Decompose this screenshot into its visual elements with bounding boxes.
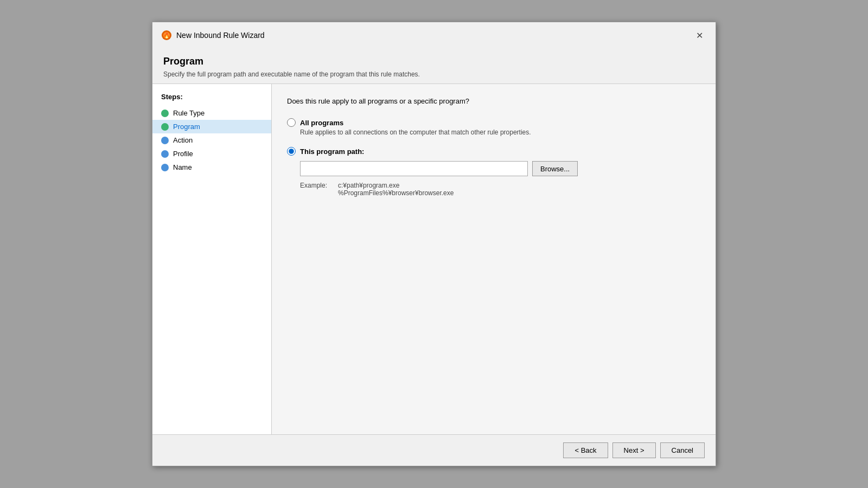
step-dot-rule-type (161, 110, 169, 117)
page-title: Program (163, 56, 705, 67)
this-program-radio[interactable] (287, 147, 296, 156)
all-programs-radio[interactable] (287, 118, 296, 127)
step-action[interactable]: Action (152, 133, 271, 147)
content-area: Steps: Rule Type Program Action Profile … (152, 84, 716, 434)
header-section: Program Specify the full program path an… (152, 48, 716, 84)
browse-button[interactable]: Browse... (532, 161, 578, 176)
step-dot-name (161, 164, 169, 171)
svg-text:🔥: 🔥 (163, 32, 170, 39)
specific-program-row: This program path: (287, 147, 700, 156)
wizard-icon: 🔥 (161, 30, 172, 41)
step-rule-type[interactable]: Rule Type (152, 106, 271, 120)
dialog-title: New Inbound Rule Wizard (176, 31, 265, 40)
step-action-label: Action (173, 136, 193, 144)
title-bar: 🔥 New Inbound Rule Wizard ✕ (152, 22, 716, 48)
example-label: Example: (300, 182, 338, 197)
next-button[interactable]: Next > (612, 442, 656, 458)
main-panel: Does this rule apply to all programs or … (272, 84, 716, 434)
step-program[interactable]: Program (152, 120, 271, 133)
example-row: Example: c:¥path¥program.exe %ProgramFil… (300, 182, 700, 197)
footer: < Back Next > Cancel (152, 434, 716, 466)
step-program-label: Program (173, 123, 200, 131)
steps-panel: Steps: Rule Type Program Action Profile … (152, 84, 272, 434)
spacer (287, 197, 700, 421)
step-profile[interactable]: Profile (152, 147, 271, 160)
question-text: Does this rule apply to all programs or … (287, 97, 700, 105)
example-paths: c:¥path¥program.exe %ProgramFiles%¥brows… (338, 182, 454, 197)
all-programs-desc: Rule applies to all connections on the c… (300, 129, 700, 136)
back-button[interactable]: < Back (563, 442, 608, 458)
this-program-label[interactable]: This program path: (300, 147, 364, 156)
specific-program-option: This program path: Browse... Example: c:… (287, 147, 700, 197)
all-programs-label[interactable]: All programs (300, 119, 343, 127)
step-name-label: Name (173, 163, 192, 171)
step-dot-action (161, 137, 169, 144)
page-description: Specify the full program path and execut… (163, 70, 705, 78)
steps-label: Steps: (152, 93, 271, 106)
title-bar-left: 🔥 New Inbound Rule Wizard (161, 30, 265, 41)
wizard-dialog: 🔥 New Inbound Rule Wizard ✕ Program Spec… (152, 22, 716, 466)
step-rule-type-label: Rule Type (173, 109, 205, 117)
close-button[interactable]: ✕ (692, 28, 707, 43)
example-path-1: c:¥path¥program.exe (338, 182, 454, 189)
path-section: Browse... (300, 161, 700, 176)
example-path-2: %ProgramFiles%¥browser¥browser.exe (338, 189, 454, 197)
step-dot-program (161, 123, 169, 131)
all-programs-row: All programs (287, 118, 700, 127)
step-dot-profile (161, 150, 169, 158)
program-path-input[interactable] (300, 161, 528, 176)
radio-group: All programs Rule applies to all connect… (287, 118, 700, 197)
step-name[interactable]: Name (152, 160, 271, 174)
all-programs-option: All programs Rule applies to all connect… (287, 118, 700, 136)
step-profile-label: Profile (173, 150, 193, 158)
cancel-button[interactable]: Cancel (660, 442, 705, 458)
